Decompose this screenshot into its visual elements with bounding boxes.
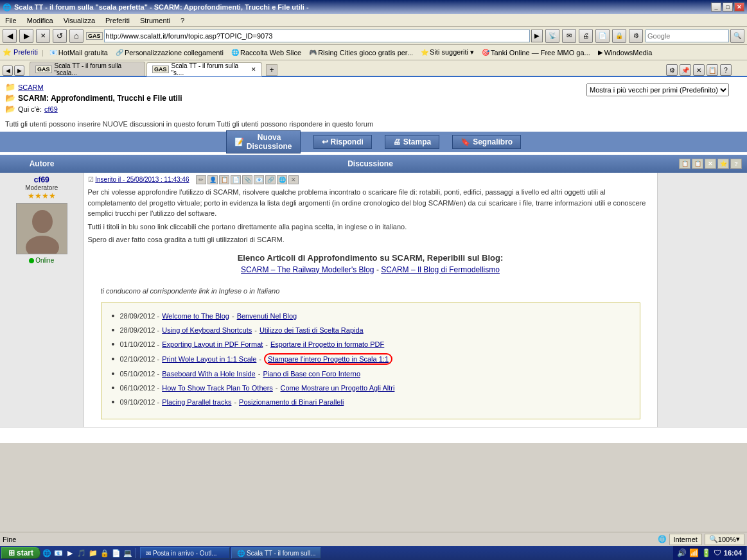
fav-hotmail[interactable]: 📧 HotMail gratuita bbox=[48, 48, 110, 57]
home-button[interactable]: ⌂ bbox=[69, 29, 83, 43]
post-icon-4[interactable]: 📄 bbox=[231, 175, 241, 184]
menu-preferiti[interactable]: Preferiti bbox=[103, 15, 132, 26]
article-link-3a[interactable]: Exporting Layout in PDF Format bbox=[162, 340, 263, 348]
search-input[interactable] bbox=[646, 30, 729, 42]
post-timestamp[interactable]: Inserito il - 25/08/2013 : 11:43:46 bbox=[95, 176, 189, 183]
stop-button[interactable]: ✕ bbox=[36, 29, 50, 43]
breadcrumb-scarm[interactable]: SCARM bbox=[18, 83, 44, 91]
address-input[interactable] bbox=[104, 30, 530, 42]
menu-visualizza[interactable]: Visualizza bbox=[61, 15, 98, 26]
tab-2-gas: GAS bbox=[152, 66, 169, 73]
article-link-2b[interactable]: Utilizzo dei Tasti di Scelta Rapida bbox=[259, 326, 364, 334]
stampa-button[interactable]: 🖨 Stampa bbox=[385, 135, 439, 149]
tab-tools-4[interactable]: 📋 bbox=[707, 64, 718, 76]
start-button[interactable]: ⊞ start bbox=[1, 547, 40, 559]
article-link-2a[interactable]: Using of Keyboard Shortcuts bbox=[162, 326, 252, 334]
post-icon-6[interactable]: 📧 bbox=[254, 175, 264, 184]
fav-windowsmedia[interactable]: ▶ WindowsMedia bbox=[596, 48, 655, 57]
print-button[interactable]: 🖨 bbox=[579, 29, 593, 43]
menu-modifica[interactable]: Modifica bbox=[24, 15, 56, 26]
table-icon-5[interactable]: ? bbox=[730, 159, 742, 169]
article-link-1b[interactable]: Benvenuti Nel Blog bbox=[237, 312, 297, 320]
rispondi-button[interactable]: ↩ Rispondi bbox=[313, 135, 372, 149]
maximize-button[interactable]: □ bbox=[723, 3, 733, 12]
fav-raccolta[interactable]: 🌐 Raccolta Web Slice bbox=[229, 48, 303, 57]
article-link-7b[interactable]: Posizionamento di Binari Paralleli bbox=[239, 398, 344, 406]
tab-tools-5[interactable]: ? bbox=[720, 64, 732, 76]
back-button[interactable]: ◀ bbox=[3, 29, 17, 43]
article-link-5a[interactable]: Baseboard With a Hole Inside bbox=[162, 370, 256, 378]
blog-link-1[interactable]: SCARM – The Railway Modeller's Blog bbox=[241, 265, 374, 274]
tab-tools-2[interactable]: 📌 bbox=[680, 64, 691, 76]
fav-tanki[interactable]: 🎯 Tanki Online — Free MMO ga... bbox=[480, 48, 592, 57]
menu-strumenti[interactable]: Strumenti bbox=[137, 15, 173, 26]
fav-siti[interactable]: ⭐ Siti suggeriti ▾ bbox=[419, 48, 476, 57]
table-icon-4[interactable]: ⭐ bbox=[717, 159, 729, 169]
sort-area: Mostra i più vecchi per primi (Predefini… bbox=[586, 83, 729, 96]
ql-media[interactable]: ▶ bbox=[65, 548, 75, 558]
tab-nav-right[interactable]: ▶ bbox=[14, 66, 24, 76]
minimize-button[interactable]: _ bbox=[711, 3, 721, 12]
post-icon-2[interactable]: 👤 bbox=[207, 175, 218, 184]
table-icon-2[interactable]: 📋 bbox=[692, 159, 703, 169]
ql-mail[interactable]: 📧 bbox=[53, 548, 64, 558]
table-icon-1[interactable]: 📋 bbox=[679, 159, 690, 169]
search-button[interactable]: 🔍 bbox=[730, 29, 744, 43]
table-icon-3[interactable]: ✕ bbox=[705, 159, 716, 169]
start-icon: ⊞ bbox=[8, 548, 15, 557]
new-tab-button[interactable]: + bbox=[266, 64, 277, 76]
ql-ie[interactable]: 🌐 bbox=[42, 548, 52, 558]
tools-button[interactable]: ⚙ bbox=[629, 29, 643, 43]
segnalibro-button[interactable]: 🔖 Segnalibro bbox=[452, 135, 521, 149]
fav-rising[interactable]: 🎮 Rising Cities gioco gratis per... bbox=[307, 48, 415, 57]
article-link-7a[interactable]: Placing Parallel tracks bbox=[162, 398, 231, 406]
article-link-3b[interactable]: Esportare il Progetto in formato PDF bbox=[270, 340, 384, 348]
fav-personalizzazione[interactable]: 🔗 Personalizzazione collegamenti bbox=[114, 48, 225, 57]
tab-2[interactable]: GAS Scala TT - il forum sulla "s.... ✕ bbox=[146, 62, 262, 76]
blog-link-2[interactable]: SCARM – Il Blog di Fermodellismo bbox=[381, 265, 500, 274]
tab-2-close[interactable]: ✕ bbox=[251, 66, 256, 73]
security-button[interactable]: 🔒 bbox=[612, 29, 626, 43]
article-link-6a[interactable]: How To Show Track Plan To Others bbox=[162, 384, 273, 392]
sort-dropdown[interactable]: Mostra i più vecchi per primi (Predefini… bbox=[586, 83, 729, 96]
tab-bar: ◀ ▶ GAS Scala TT - il forum sulla "scala… bbox=[0, 60, 747, 77]
page-button[interactable]: 📄 bbox=[595, 29, 610, 43]
ql-icon-4[interactable]: 🎵 bbox=[76, 548, 87, 558]
post-icon-7[interactable]: 🔗 bbox=[265, 175, 276, 184]
article-link-1a[interactable]: Welcome to The Blog bbox=[162, 312, 229, 320]
article-item-1: • 28/09/2012 - Welcome to The Blog - Ben… bbox=[112, 311, 629, 321]
author-name[interactable]: cf69 bbox=[4, 175, 80, 184]
ql-icon-5[interactable]: 📁 bbox=[88, 548, 98, 558]
tab-tools-1[interactable]: ⚙ bbox=[666, 64, 678, 76]
rss-button[interactable]: 📡 bbox=[545, 29, 559, 43]
article-link-4b[interactable]: Stampare l'intero Progetto in Scala 1:1 bbox=[264, 353, 392, 365]
bullet-2: • bbox=[112, 325, 115, 335]
ql-icon-7[interactable]: 📄 bbox=[111, 548, 121, 558]
post-icon-8[interactable]: 🌐 bbox=[277, 175, 287, 184]
tab-1[interactable]: GAS Scala TT - il forum sulla "scala... bbox=[30, 62, 145, 76]
post-icon-5[interactable]: 📎 bbox=[242, 175, 252, 184]
post-icon-1[interactable]: ✏ bbox=[196, 175, 206, 184]
qui-ce-user[interactable]: cf69 bbox=[44, 105, 58, 113]
taskbar-item-2[interactable]: 🌐 Scala TT - il forum sull... bbox=[231, 547, 321, 559]
menu-file[interactable]: File bbox=[3, 15, 19, 26]
article-link-4a[interactable]: Print Wole Layout in 1:1 Scale bbox=[162, 355, 256, 363]
refresh-button[interactable]: ↺ bbox=[53, 29, 67, 43]
tab-nav-left[interactable]: ◀ bbox=[3, 66, 13, 76]
taskbar-item-1[interactable]: ✉ Posta in arrivo - Outl... bbox=[140, 547, 230, 559]
go-button[interactable]: ▶ bbox=[531, 30, 543, 42]
post-icon-9[interactable]: ✕ bbox=[288, 175, 299, 184]
tab-tools-3[interactable]: ✕ bbox=[693, 64, 705, 76]
mail-button[interactable]: ✉ bbox=[562, 29, 576, 43]
zoom-level[interactable]: 🔍 100% ▾ bbox=[705, 534, 744, 545]
article-link-6b[interactable]: Come Mostrare un Progetto Agli Altri bbox=[280, 384, 394, 392]
article-link-5b[interactable]: Piano di Base con Foro Interno bbox=[263, 370, 360, 378]
menu-help[interactable]: ? bbox=[178, 15, 187, 26]
close-button[interactable]: ✕ bbox=[734, 3, 744, 12]
sep-6: - bbox=[276, 384, 278, 392]
post-icon-3[interactable]: 📋 bbox=[219, 175, 229, 184]
ql-icon-8[interactable]: 💻 bbox=[123, 548, 133, 558]
forward-button[interactable]: ▶ bbox=[19, 29, 33, 43]
ql-icon-6[interactable]: 🔒 bbox=[100, 548, 110, 558]
nuova-discussione-button[interactable]: 📝 NuovaDiscussione bbox=[226, 130, 301, 153]
